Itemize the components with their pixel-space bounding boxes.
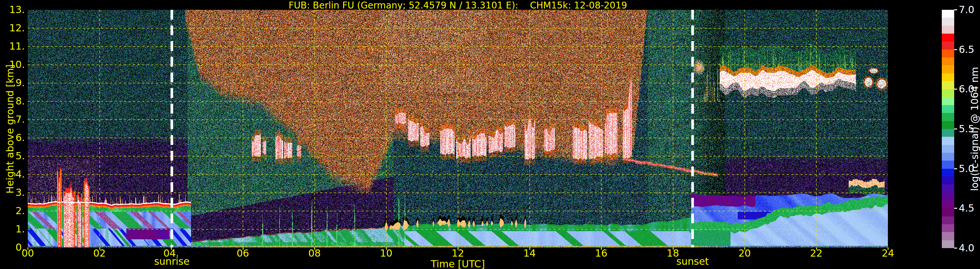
y-tick-label: 9. bbox=[0, 78, 25, 88]
x-tick-label: 24 bbox=[882, 248, 894, 258]
sunrise-label: sunrise bbox=[154, 256, 189, 266]
x-tick-label: 06 bbox=[236, 248, 249, 258]
colorbar-tick-mark bbox=[954, 248, 957, 249]
x-tick-label: 10 bbox=[380, 248, 392, 258]
y-tick-label: 2. bbox=[0, 206, 25, 216]
y-tick-label: 8. bbox=[0, 96, 25, 106]
y-tick-label: 10. bbox=[0, 60, 25, 70]
ceilometer-quicklook-screen: FUB: Berlin FU (Germany; 52.4579 N / 13.… bbox=[0, 0, 980, 269]
y-tick-label: 12. bbox=[0, 23, 25, 33]
x-tick-mark bbox=[27, 247, 29, 250]
colorbar bbox=[942, 10, 954, 248]
x-tick-mark bbox=[529, 247, 530, 250]
colorbar-title: log(rc-signal) @ 1064 nm bbox=[969, 67, 980, 191]
page-title: FUB: Berlin FU (Germany; 52.4579 N / 13.… bbox=[28, 0, 888, 11]
sunset-label: sunset bbox=[676, 256, 709, 266]
colorbar-tick-mark bbox=[954, 10, 957, 10]
x-tick-mark bbox=[386, 247, 387, 250]
y-tick-label: 3. bbox=[0, 188, 25, 197]
colorbar-tick-label: 4.5 bbox=[959, 204, 974, 213]
ceilometer-heatmap-canvas bbox=[28, 10, 888, 247]
colorbar-tick-mark bbox=[954, 129, 957, 130]
x-tick-label: 08 bbox=[308, 248, 321, 258]
x-tick-label: 16 bbox=[595, 248, 608, 258]
x-tick-mark bbox=[673, 247, 674, 250]
y-tick-label: 5. bbox=[0, 151, 25, 161]
colorbar-tick-mark bbox=[954, 168, 957, 169]
colorbar-tick-mark bbox=[954, 208, 957, 209]
x-tick-label: 02 bbox=[93, 248, 105, 258]
y-tick-label: 0. bbox=[0, 243, 25, 252]
colorbar-tick-mark bbox=[954, 89, 957, 90]
x-tick-mark bbox=[601, 247, 602, 250]
colorbar-tick-label: 7.0 bbox=[959, 5, 974, 15]
y-tick-label: 6. bbox=[0, 133, 25, 143]
colorbar-tick-mark bbox=[954, 49, 957, 50]
y-tick-label: 11. bbox=[0, 41, 25, 51]
x-tick-mark bbox=[243, 247, 243, 250]
x-tick-label: 14 bbox=[523, 248, 536, 258]
x-tick-mark bbox=[744, 247, 745, 250]
y-tick-label: 4. bbox=[0, 169, 25, 179]
x-tick-label: 12 bbox=[452, 248, 464, 258]
x-tick-label: 00 bbox=[22, 248, 34, 258]
x-tick-label: 22 bbox=[810, 248, 822, 258]
y-tick-label: 1. bbox=[0, 224, 25, 234]
x-tick-mark bbox=[458, 247, 458, 250]
x-tick-mark bbox=[888, 247, 889, 250]
x-tick-mark bbox=[816, 247, 817, 250]
colorbar-tick-label: 4.0 bbox=[959, 243, 974, 253]
x-tick-mark bbox=[99, 247, 100, 250]
colorbar-tick-label: 6.5 bbox=[959, 45, 974, 54]
y-tick-label: 13. bbox=[0, 5, 25, 15]
x-tick-label: 20 bbox=[738, 248, 751, 258]
x-tick-mark bbox=[314, 247, 315, 250]
x-tick-mark bbox=[171, 247, 172, 250]
y-tick-label: 7. bbox=[0, 115, 25, 124]
